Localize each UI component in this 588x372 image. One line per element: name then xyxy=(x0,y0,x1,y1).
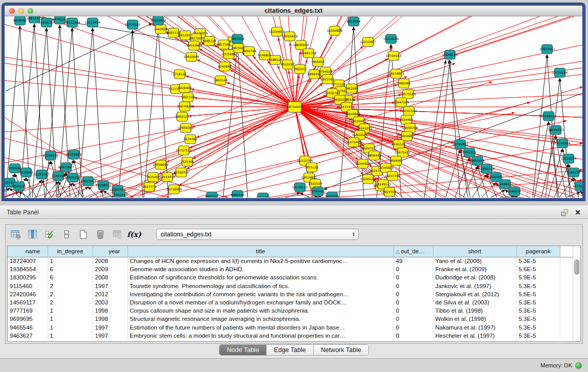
close-panel-icon[interactable]: ✕ xyxy=(575,209,581,216)
table-cell[interactable]: 2012 xyxy=(93,290,127,298)
table-cell[interactable]: Disruption of a novel member of a sodium… xyxy=(127,298,394,307)
table-cell[interactable]: Estimation of significance thresholds fo… xyxy=(127,273,394,281)
table-cell[interactable]: 19384554 xyxy=(8,265,48,273)
table-cell[interactable]: 6 xyxy=(48,265,93,273)
table-cell[interactable]: Corpus callosum shape and size in male p… xyxy=(127,307,394,315)
tab-node-table[interactable]: Node Table xyxy=(220,345,267,355)
new-table-icon[interactable] xyxy=(77,228,90,240)
table-cell[interactable]: 0 xyxy=(394,290,433,298)
function-builder-icon[interactable]: f(x) xyxy=(128,228,140,240)
table-cell[interactable]: 5.3E-5 xyxy=(516,298,560,307)
column-header-year[interactable]: year xyxy=(93,246,127,257)
table-cell[interactable]: Franke et al. (2009) xyxy=(433,265,516,273)
table-cell[interactable]: Hescheler et al. (1997) xyxy=(433,332,516,340)
table-cell[interactable]: 2 xyxy=(48,298,93,307)
table-cell[interactable]: 1998 xyxy=(93,315,127,323)
table-cell[interactable]: 5.3E-5 xyxy=(516,282,560,290)
table-row[interactable]: 1872400712008Changes of HCN gene express… xyxy=(8,257,573,265)
table-cell[interactable]: Estimation of the future numbers of pati… xyxy=(127,323,394,332)
table-cell[interactable]: 0 xyxy=(394,273,433,281)
column-header-pagerank[interactable]: pagerank xyxy=(516,246,560,257)
table-row[interactable]: 2242004622012Investigating the contribut… xyxy=(8,290,573,298)
table-select-dropdown[interactable]: citations_edges.txt ▲▼ xyxy=(156,229,359,240)
table-cell[interactable]: 1 xyxy=(48,257,93,265)
table-cell[interactable]: Dudbridge et al. (2008) xyxy=(433,273,516,281)
select-rows-icon[interactable] xyxy=(43,228,56,240)
table-cell[interactable]: 9465546 xyxy=(8,323,48,332)
table-cell[interactable]: Investigating the contribution of common… xyxy=(127,290,394,298)
column-header-out_de[interactable]: △out_de… xyxy=(394,246,433,257)
table-cell[interactable]: 5.9E-5 xyxy=(516,273,560,281)
table-cell[interactable]: 0 xyxy=(394,307,433,315)
network-canvas[interactable]: 7463822866012859129542322605598275068186… xyxy=(5,16,582,198)
table-cell[interactable]: 2003 xyxy=(93,298,127,307)
table-cell[interactable]: Genome-wide association studies in ADHD. xyxy=(127,265,394,273)
table-cell[interactable]: 9463627 xyxy=(8,332,48,340)
table-cell[interactable]: 9115460 xyxy=(8,282,48,290)
table-row[interactable]: 977716911998Corpus callosum shape and si… xyxy=(8,307,573,315)
table-cell[interactable]: Nakamura et al. (1997) xyxy=(433,323,516,332)
table-cell[interactable]: 2008 xyxy=(93,257,127,265)
table-cell[interactable]: 0 xyxy=(394,332,433,340)
table-cell[interactable]: 18724007 xyxy=(8,257,48,265)
table-cell[interactable]: 22420046 xyxy=(8,290,48,298)
table-cell[interactable]: 0 xyxy=(394,265,433,273)
table-settings-icon[interactable] xyxy=(10,228,22,240)
table-cell[interactable]: 2009 xyxy=(93,265,127,273)
table-row[interactable]: 1938455462009Genome-wide association stu… xyxy=(8,265,573,273)
column-header-in_degree[interactable]: in_degree xyxy=(48,246,93,257)
table-cell[interactable]: 5.6E-5 xyxy=(516,265,560,273)
table-scrollbar-thumb[interactable] xyxy=(574,259,579,275)
table-row[interactable]: 911546021997Tourette syndrome. Phenomeno… xyxy=(8,282,573,290)
table-cell[interactable]: Embryonic stem cells: a model to study s… xyxy=(127,332,394,340)
clear-selection-icon[interactable] xyxy=(60,228,73,240)
table-cell[interactable]: Yano et al. (2008) xyxy=(433,257,516,265)
table-cell[interactable]: 1997 xyxy=(93,332,127,340)
table-cell[interactable]: 5.5E-5 xyxy=(516,290,560,298)
table-cell[interactable]: Changes of HCN gene expression and I(f) … xyxy=(127,257,394,265)
table-cell[interactable]: 1 xyxy=(48,315,93,323)
table-cell[interactable]: 2 xyxy=(48,282,93,290)
table-cell[interactable]: 5.3E-5 xyxy=(516,307,560,315)
table-cell[interactable]: Jankovic et al. (1997) xyxy=(433,282,516,290)
table-cell[interactable]: 1997 xyxy=(93,323,127,332)
table-row[interactable]: 946362711997Embryonic stem cells: a mode… xyxy=(8,332,573,340)
table-cell[interactable]: 49 xyxy=(394,257,433,265)
table-cell[interactable]: 6 xyxy=(48,273,93,281)
table-cell[interactable]: 1997 xyxy=(93,282,127,290)
table-cell[interactable]: 5.3E-5 xyxy=(516,323,560,332)
table-cell[interactable]: Wolkin et al. (1998) xyxy=(433,315,516,323)
float-panel-icon[interactable] xyxy=(561,209,568,216)
tab-network-table[interactable]: Network Table xyxy=(314,345,368,355)
column-header-name[interactable]: name xyxy=(8,246,48,257)
table-cell[interactable]: 2 xyxy=(48,290,93,298)
table-cell[interactable]: 0 xyxy=(394,323,433,332)
table-cell[interactable]: Stergiakouli et al. (2012) xyxy=(433,290,516,298)
table-cell[interactable]: 5.3E-5 xyxy=(516,257,560,265)
table-cell[interactable]: 5.3E-5 xyxy=(516,315,560,323)
column-header-title[interactable]: title xyxy=(127,246,394,257)
table-cell[interactable]: 1 xyxy=(48,307,93,315)
table-cell[interactable]: 0 xyxy=(394,298,433,307)
table-cell[interactable]: 1998 xyxy=(93,307,127,315)
table-row[interactable]: 1456911722003Disruption of a novel membe… xyxy=(8,298,573,307)
table-cell[interactable]: 9699695 xyxy=(8,315,48,323)
table-cell[interactable]: de Silva et al. (2003) xyxy=(433,298,516,307)
tab-edge-table[interactable]: Edge Table xyxy=(267,345,313,355)
table-cell[interactable]: 9777169 xyxy=(8,307,48,315)
table-cell[interactable]: Structural magnetic resonance image aver… xyxy=(127,315,394,323)
table-cell[interactable]: 14569117 xyxy=(8,298,48,307)
table-cell[interactable]: 0 xyxy=(394,315,433,323)
table-cell[interactable]: 1 xyxy=(48,323,93,332)
column-header-short[interactable]: short xyxy=(433,246,516,257)
table-row[interactable]: 946554611997Estimation of the future num… xyxy=(8,323,573,332)
table-cell[interactable]: 18300295 xyxy=(8,273,48,281)
table-cell[interactable]: 0 xyxy=(394,282,433,290)
table-cell[interactable]: 5.3E-5 xyxy=(516,332,560,340)
table-cell[interactable]: Tibbo et al. (1998) xyxy=(433,307,516,315)
table-row[interactable]: 1830029562008Estimation of significance … xyxy=(8,273,573,281)
table-cell[interactable]: 1 xyxy=(48,332,93,340)
select-column-icon[interactable] xyxy=(27,228,39,240)
network-window-titlebar[interactable]: citations_edges.txt xyxy=(5,6,582,16)
table-cell[interactable]: Tourette syndrome. Phenomenology and cla… xyxy=(127,282,394,290)
